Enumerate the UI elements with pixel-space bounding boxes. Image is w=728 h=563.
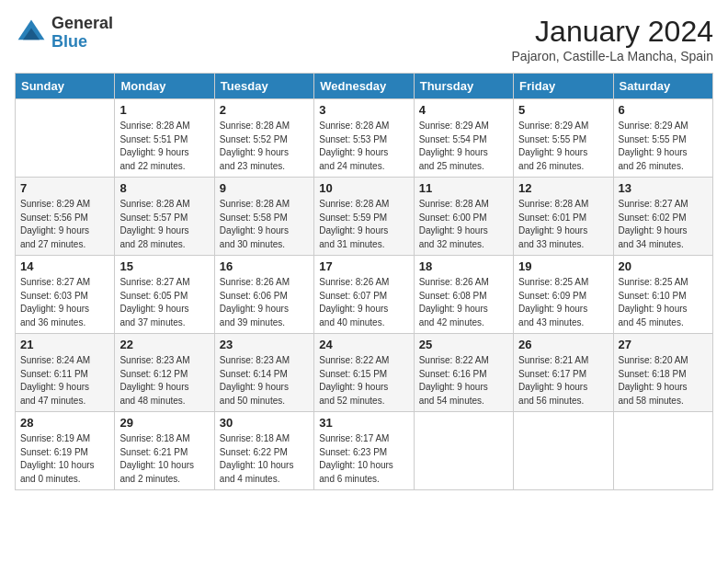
day-number: 2 [220,103,309,117]
day-info: Sunrise: 8:22 AMSunset: 6:15 PMDaylight:… [319,354,408,408]
calendar-week-row: 7Sunrise: 8:29 AMSunset: 5:56 PMDaylight… [16,178,713,256]
day-number: 11 [419,181,508,195]
calendar-day-cell: 10Sunrise: 8:28 AMSunset: 5:59 PMDayligh… [314,178,414,256]
day-of-week-header: Thursday [414,74,513,99]
day-info: Sunrise: 8:29 AMSunset: 5:55 PMDaylight:… [619,120,708,173]
logo: General Blue [15,15,113,52]
day-number: 13 [619,181,708,195]
day-number: 18 [419,259,508,273]
day-number: 6 [619,103,708,117]
day-info: Sunrise: 8:22 AMSunset: 6:16 PMDaylight:… [419,354,508,408]
day-number: 23 [220,338,309,351]
calendar-day-cell: 25Sunrise: 8:22 AMSunset: 6:16 PMDayligh… [414,334,513,412]
calendar-day-cell: 30Sunrise: 8:18 AMSunset: 6:22 PMDayligh… [214,412,313,490]
day-number: 27 [619,338,708,351]
calendar-day-cell: 24Sunrise: 8:22 AMSunset: 6:15 PMDayligh… [314,334,414,412]
calendar-day-cell: 12Sunrise: 8:28 AMSunset: 6:01 PMDayligh… [514,178,613,256]
day-info: Sunrise: 8:19 AMSunset: 6:19 PMDaylight:… [20,432,109,486]
day-number: 19 [518,259,608,273]
day-info: Sunrise: 8:18 AMSunset: 6:21 PMDaylight:… [119,432,209,486]
day-number: 15 [119,259,209,273]
day-number: 3 [319,103,408,117]
day-info: Sunrise: 8:26 AMSunset: 6:06 PMDaylight:… [220,276,309,329]
day-info: Sunrise: 8:28 AMSunset: 5:59 PMDaylight:… [319,198,408,251]
calendar-day-cell: 2Sunrise: 8:28 AMSunset: 5:52 PMDaylight… [214,99,313,178]
logo-blue: Blue [51,32,87,51]
day-info: Sunrise: 8:29 AMSunset: 5:56 PMDaylight:… [20,198,109,251]
day-info: Sunrise: 8:27 AMSunset: 6:02 PMDaylight:… [619,198,708,251]
calendar-day-cell [414,412,513,490]
calendar-day-cell [514,412,613,490]
day-number: 8 [119,181,209,195]
calendar-week-row: 1Sunrise: 8:28 AMSunset: 5:51 PMDaylight… [16,99,713,178]
day-number: 25 [419,338,508,351]
day-info: Sunrise: 8:20 AMSunset: 6:18 PMDaylight:… [619,354,708,408]
day-info: Sunrise: 8:28 AMSunset: 5:51 PMDaylight:… [119,120,209,173]
calendar-day-cell: 20Sunrise: 8:25 AMSunset: 6:10 PMDayligh… [613,256,712,334]
day-of-week-header: Monday [115,74,214,99]
day-number: 1 [119,103,209,117]
calendar-day-cell: 22Sunrise: 8:23 AMSunset: 6:12 PMDayligh… [115,334,214,412]
day-number: 14 [20,259,109,273]
day-info: Sunrise: 8:23 AMSunset: 6:12 PMDaylight:… [119,354,209,408]
calendar-day-cell: 1Sunrise: 8:28 AMSunset: 5:51 PMDaylight… [115,99,214,178]
calendar-day-cell: 4Sunrise: 8:29 AMSunset: 5:54 PMDaylight… [414,99,513,178]
day-info: Sunrise: 8:28 AMSunset: 6:00 PMDaylight:… [419,198,508,251]
day-info: Sunrise: 8:18 AMSunset: 6:22 PMDaylight:… [220,432,309,486]
calendar-day-cell: 14Sunrise: 8:27 AMSunset: 6:03 PMDayligh… [16,256,115,334]
calendar-day-cell: 3Sunrise: 8:28 AMSunset: 5:53 PMDaylight… [314,99,414,178]
day-info: Sunrise: 8:26 AMSunset: 6:08 PMDaylight:… [419,276,508,329]
logo-general: General [51,14,113,32]
calendar-day-cell: 16Sunrise: 8:26 AMSunset: 6:06 PMDayligh… [214,256,313,334]
day-info: Sunrise: 8:26 AMSunset: 6:07 PMDaylight:… [319,276,408,329]
day-number: 26 [518,338,608,351]
day-info: Sunrise: 8:28 AMSunset: 6:01 PMDaylight:… [518,198,608,251]
day-info: Sunrise: 8:28 AMSunset: 5:53 PMDaylight:… [319,120,408,173]
calendar-day-cell: 28Sunrise: 8:19 AMSunset: 6:19 PMDayligh… [16,412,115,490]
day-of-week-header: Friday [514,74,613,99]
day-number: 22 [119,338,209,351]
day-number: 16 [220,259,309,273]
calendar-day-cell: 29Sunrise: 8:18 AMSunset: 6:21 PMDayligh… [115,412,214,490]
day-info: Sunrise: 8:27 AMSunset: 6:05 PMDaylight:… [119,276,209,329]
calendar-day-cell: 17Sunrise: 8:26 AMSunset: 6:07 PMDayligh… [314,256,414,334]
day-info: Sunrise: 8:29 AMSunset: 5:55 PMDaylight:… [518,120,608,173]
calendar-week-row: 21Sunrise: 8:24 AMSunset: 6:11 PMDayligh… [16,334,713,412]
day-number: 29 [119,416,209,430]
location: Pajaron, Castille-La Mancha, Spain [512,49,713,63]
day-of-week-header: Saturday [613,74,712,99]
day-info: Sunrise: 8:21 AMSunset: 6:17 PMDaylight:… [518,354,608,408]
calendar-day-cell: 15Sunrise: 8:27 AMSunset: 6:05 PMDayligh… [115,256,214,334]
logo-icon [15,17,48,50]
calendar-day-cell: 13Sunrise: 8:27 AMSunset: 6:02 PMDayligh… [613,178,712,256]
day-info: Sunrise: 8:27 AMSunset: 6:03 PMDaylight:… [20,276,109,329]
page-header: General Blue January 2024 Pajaron, Casti… [15,15,713,63]
calendar-day-cell: 23Sunrise: 8:23 AMSunset: 6:14 PMDayligh… [214,334,313,412]
day-info: Sunrise: 8:24 AMSunset: 6:11 PMDaylight:… [20,354,109,408]
day-number: 30 [220,416,309,430]
logo-text: General Blue [51,15,113,52]
day-of-week-header: Wednesday [314,74,414,99]
calendar-day-cell: 7Sunrise: 8:29 AMSunset: 5:56 PMDaylight… [16,178,115,256]
day-info: Sunrise: 8:28 AMSunset: 5:52 PMDaylight:… [220,120,309,173]
day-info: Sunrise: 8:23 AMSunset: 6:14 PMDaylight:… [220,354,309,408]
day-number: 4 [419,103,508,117]
day-number: 24 [319,338,408,351]
calendar-day-cell: 27Sunrise: 8:20 AMSunset: 6:18 PMDayligh… [613,334,712,412]
day-info: Sunrise: 8:28 AMSunset: 5:57 PMDaylight:… [119,198,209,251]
day-number: 17 [319,259,408,273]
calendar-header: SundayMondayTuesdayWednesdayThursdayFrid… [16,74,713,99]
calendar-table: SundayMondayTuesdayWednesdayThursdayFrid… [15,73,713,490]
calendar-day-cell: 18Sunrise: 8:26 AMSunset: 6:08 PMDayligh… [414,256,513,334]
day-number: 12 [518,181,608,195]
calendar-day-cell: 9Sunrise: 8:28 AMSunset: 5:58 PMDaylight… [214,178,313,256]
day-info: Sunrise: 8:25 AMSunset: 6:10 PMDaylight:… [619,276,708,329]
calendar-day-cell: 19Sunrise: 8:25 AMSunset: 6:09 PMDayligh… [514,256,613,334]
calendar-day-cell [613,412,712,490]
day-number: 7 [20,181,109,195]
title-block: January 2024 Pajaron, Castille-La Mancha… [512,15,713,63]
day-info: Sunrise: 8:28 AMSunset: 5:58 PMDaylight:… [220,198,309,251]
day-number: 20 [619,259,708,273]
day-number: 10 [319,181,408,195]
calendar-day-cell: 31Sunrise: 8:17 AMSunset: 6:23 PMDayligh… [314,412,414,490]
